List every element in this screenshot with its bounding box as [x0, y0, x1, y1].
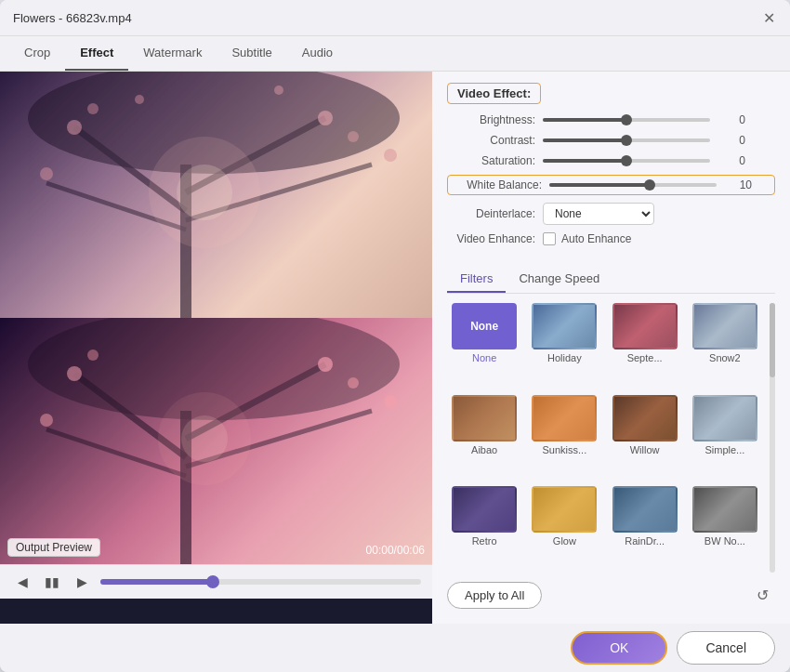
saturation-fill	[543, 159, 626, 163]
tab-filters[interactable]: Filters	[447, 266, 506, 293]
saturation-thumb[interactable]	[621, 155, 632, 166]
progress-fill	[100, 579, 213, 585]
saturation-value: 0	[718, 154, 745, 167]
saturation-label: Saturation:	[447, 154, 535, 167]
progress-bar[interactable]	[100, 579, 421, 585]
video-bg-bottom	[0, 318, 432, 564]
ok-button[interactable]: OK	[571, 631, 667, 665]
white-balance-row: White Balance: 10	[447, 175, 775, 195]
next-button[interactable]: ▶	[71, 571, 93, 593]
filter-name-glow: Glow	[553, 535, 576, 547]
main-window: Flowers - 66823v.mp4 ✕ Crop Effect Water…	[0, 0, 790, 672]
brightness-value: 0	[718, 113, 745, 126]
scrollbar-thumb[interactable]	[770, 303, 775, 377]
none-label: None	[470, 320, 498, 333]
svg-point-24	[67, 366, 82, 381]
filter-simple[interactable]: Simple...	[688, 395, 762, 481]
filters-scrollbar[interactable]	[770, 303, 775, 573]
tab-crop[interactable]: Crop	[9, 36, 65, 71]
tab-effect[interactable]: Effect	[65, 36, 128, 71]
tab-change-speed[interactable]: Change Speed	[506, 266, 612, 293]
pause-button[interactable]: ▮▮	[41, 571, 63, 593]
prev-button[interactable]: ◀	[11, 571, 33, 593]
filter-willow[interactable]: Willow	[608, 395, 682, 481]
ok-cancel-bar: OK Cancel	[0, 624, 790, 672]
video-timestamp: 00:00/00:06	[366, 544, 425, 557]
filter-thumb-raindr[interactable]	[612, 486, 678, 533]
filter-name-raindr: RainDr...	[625, 535, 665, 547]
video-preview-bottom: Output Preview 00:00/00:06	[0, 318, 432, 564]
refresh-button[interactable]: ↺	[749, 583, 775, 609]
auto-enhance-checkbox[interactable]	[543, 232, 556, 245]
svg-point-27	[348, 377, 359, 389]
filter-glow[interactable]: Glow	[527, 486, 601, 573]
filter-thumb-septe[interactable]	[612, 303, 678, 349]
filter-name-sunkiss: Sunkiss...	[543, 444, 587, 455]
filter-name-simple: Simple...	[704, 444, 744, 455]
brightness-row: Brightness: 0	[447, 113, 775, 126]
contrast-slider[interactable]	[543, 138, 710, 142]
filter-thumb-willow[interactable]	[612, 395, 678, 441]
svg-point-23	[181, 415, 228, 462]
close-button[interactable]: ✕	[760, 9, 777, 26]
filter-sunkiss[interactable]: Sunkiss...	[527, 395, 601, 481]
filter-name-retro: Retro	[472, 535, 497, 547]
svg-point-25	[87, 349, 99, 361]
filter-thumb-simple[interactable]	[692, 395, 757, 441]
contrast-thumb[interactable]	[621, 135, 632, 146]
progress-thumb[interactable]	[206, 575, 219, 588]
filter-none[interactable]: None None	[447, 303, 521, 389]
filter-snow2[interactable]: Snow2	[688, 303, 762, 389]
brightness-thumb[interactable]	[621, 114, 632, 125]
right-panel: Video Effect: Brightness: 0 Contrast:	[432, 72, 790, 624]
filter-thumb-retro[interactable]	[452, 486, 517, 533]
filter-thumb-glow[interactable]	[532, 486, 597, 533]
filters-grid: None None Holiday Septe...	[447, 303, 766, 573]
brightness-slider[interactable]	[543, 118, 710, 122]
svg-point-13	[384, 149, 397, 162]
filter-thumb-sunkiss[interactable]	[532, 395, 597, 441]
saturation-row: Saturation: 0	[447, 154, 775, 167]
filter-name-aibao: Aibao	[471, 444, 497, 455]
brightness-fill	[543, 118, 626, 122]
filter-retro[interactable]: Retro	[447, 486, 521, 573]
auto-enhance-text: Auto Enhance	[561, 232, 631, 245]
white-balance-thumb[interactable]	[644, 179, 655, 191]
filter-thumb-holiday[interactable]	[532, 303, 597, 349]
deinterlace-select[interactable]: None	[543, 203, 654, 225]
filter-name-holiday: Holiday	[547, 352, 582, 363]
filter-thumb-aibao[interactable]	[452, 395, 517, 441]
filter-holiday[interactable]: Holiday	[527, 303, 601, 389]
filter-raindr[interactable]: RainDr...	[608, 486, 682, 573]
apply-to-all-button[interactable]: Apply to All	[447, 582, 542, 609]
svg-point-8	[67, 120, 82, 135]
contrast-value: 0	[718, 134, 745, 147]
svg-point-10	[318, 111, 333, 125]
filter-thumb-bwno[interactable]	[692, 486, 757, 533]
tab-audio[interactable]: Audio	[287, 36, 348, 71]
svg-point-12	[40, 167, 53, 180]
white-balance-value: 10	[724, 178, 752, 191]
svg-point-15	[274, 86, 283, 95]
filter-aibao[interactable]: Aibao	[447, 395, 521, 481]
filter-thumb-none[interactable]: None	[452, 303, 517, 349]
white-balance-label: White Balance:	[454, 178, 542, 191]
title-bar: Flowers - 66823v.mp4 ✕	[0, 0, 790, 36]
deinterlace-label: Deinterlace:	[447, 207, 535, 220]
white-balance-slider[interactable]	[549, 183, 717, 187]
tab-watermark[interactable]: Watermark	[128, 36, 217, 71]
cancel-button[interactable]: Cancel	[677, 631, 775, 665]
filter-bwno[interactable]: BW No...	[688, 486, 762, 573]
output-preview-label: Output Preview	[7, 538, 100, 557]
tab-subtitle[interactable]: Subtitle	[217, 36, 286, 71]
video-preview-top	[0, 72, 432, 318]
svg-point-14	[135, 95, 144, 104]
saturation-slider[interactable]	[543, 159, 710, 163]
svg-point-9	[87, 103, 99, 114]
filter-thumb-snow2[interactable]	[692, 303, 757, 349]
filter-septe[interactable]: Septe...	[608, 303, 682, 389]
filter-name-snow2: Snow2	[709, 352, 741, 363]
tree-overlay-bottom	[0, 318, 432, 564]
left-panel: Output Preview 00:00/00:06 ◀ ▮▮ ▶	[0, 72, 432, 624]
svg-point-7	[177, 165, 232, 220]
